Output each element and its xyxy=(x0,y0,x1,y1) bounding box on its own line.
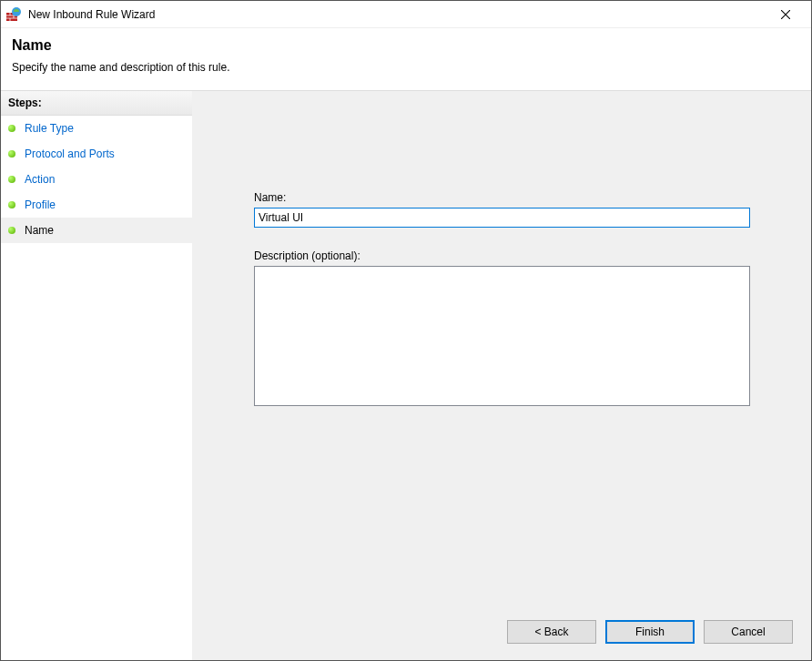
wizard-header: Name Specify the name and description of… xyxy=(1,28,811,91)
finish-button[interactable]: Finish xyxy=(605,620,695,644)
description-input[interactable] xyxy=(254,266,750,406)
bullet-icon xyxy=(8,227,15,234)
steps-sidebar: Steps: Rule Type Protocol and Ports Acti… xyxy=(1,91,192,660)
close-icon xyxy=(781,10,790,19)
name-label: Name: xyxy=(254,191,775,204)
wizard-body: Steps: Rule Type Protocol and Ports Acti… xyxy=(1,91,811,660)
page-subtitle: Specify the name and description of this… xyxy=(12,61,800,74)
step-label: Profile xyxy=(25,198,56,211)
step-label: Action xyxy=(25,173,55,186)
main-panel: Name: Description (optional): < Back Fin… xyxy=(192,91,811,660)
firewall-app-icon xyxy=(6,7,21,22)
step-rule-type[interactable]: Rule Type xyxy=(1,116,192,141)
step-label: Name xyxy=(25,224,54,237)
cancel-button[interactable]: Cancel xyxy=(704,620,793,644)
close-button[interactable] xyxy=(767,2,804,27)
step-profile[interactable]: Profile xyxy=(1,192,192,218)
bullet-icon xyxy=(8,176,15,183)
wizard-window: New Inbound Rule Wizard Name Specify the… xyxy=(0,0,812,661)
description-label: Description (optional): xyxy=(254,249,775,262)
step-protocol-ports[interactable]: Protocol and Ports xyxy=(1,141,192,167)
back-button[interactable]: < Back xyxy=(507,620,596,644)
bullet-icon xyxy=(8,201,15,208)
step-name[interactable]: Name xyxy=(1,218,192,243)
step-label: Rule Type xyxy=(25,122,74,135)
form-area: Name: Description (optional): xyxy=(192,91,811,409)
step-label: Protocol and Ports xyxy=(25,147,115,160)
bullet-icon xyxy=(8,150,15,158)
window-title: New Inbound Rule Wizard xyxy=(28,8,767,21)
button-row: < Back Finish Cancel xyxy=(507,620,793,644)
step-action[interactable]: Action xyxy=(1,167,192,192)
bullet-icon xyxy=(8,125,15,132)
titlebar: New Inbound Rule Wizard xyxy=(1,1,811,28)
steps-heading: Steps: xyxy=(1,91,192,116)
page-title: Name xyxy=(12,37,800,54)
steps-list: Rule Type Protocol and Ports Action Prof… xyxy=(1,116,192,243)
name-input[interactable] xyxy=(254,208,750,228)
